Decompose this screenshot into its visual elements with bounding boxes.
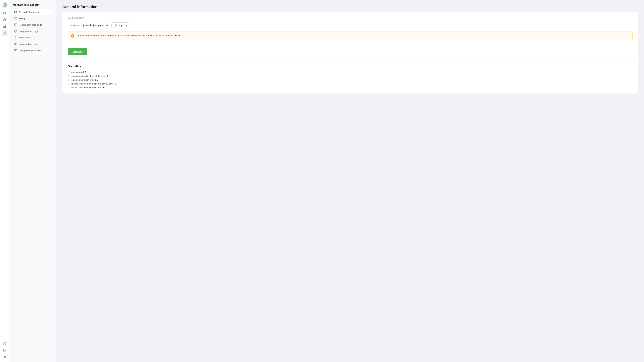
collapse-icon-button[interactable] — [2, 354, 8, 360]
globe-icon — [14, 30, 17, 33]
sidebar-item-notifications[interactable]: Notifications — [12, 34, 54, 40]
username-value: j.sawicki@testportal.net — [83, 24, 108, 27]
stat-bullet-1 — [68, 76, 69, 77]
sidebar-item-general-label: General information — [19, 11, 39, 14]
content-card: YOUR ACCOUNT User name: j.sawicki@testpo… — [62, 12, 638, 94]
main-content: General information YOUR ACCOUNT User na… — [56, 0, 644, 362]
nav-signout-icon-button[interactable] — [2, 347, 8, 353]
logo-button[interactable] — [2, 2, 8, 8]
stat-item-2: tests completed in total: 11 — [68, 79, 632, 81]
chart-icon-button[interactable] — [2, 24, 8, 30]
warning-message: Your account has been frozen and does no… — [76, 34, 182, 38]
warning-icon: i — [71, 34, 74, 38]
billing-icon — [14, 17, 17, 20]
svg-rect-7 — [3, 26, 4, 28]
bell-icon — [14, 36, 17, 39]
sign-out-icon — [114, 24, 117, 27]
sidebar-item-email[interactable]: Change email address — [12, 47, 54, 53]
stat-bullet-2 — [68, 79, 69, 81]
sidebar-item-password-label: Password and sign in — [19, 43, 40, 45]
sidebar-item-general[interactable]: General information — [12, 9, 54, 15]
divider-2 — [68, 60, 632, 61]
svg-rect-17 — [15, 18, 16, 19]
statistics-list: tests created: 6 tests completed in the … — [68, 71, 632, 89]
users-icon-button[interactable] — [2, 17, 8, 23]
sidebar-item-respondent[interactable]: Respondent data fields — [12, 22, 54, 28]
svg-rect-8 — [4, 26, 5, 28]
sidebar-item-email-label: Change email address — [19, 49, 42, 52]
upgrade-button[interactable]: Upgrade — [68, 48, 88, 55]
svg-rect-2 — [5, 12, 6, 13]
user-circle-icon — [14, 10, 17, 14]
help-icon-button[interactable] — [2, 340, 8, 346]
stat-text-1: tests completed in the last 30 days: 0 — [71, 75, 108, 77]
warning-banner: i Your account has been frozen and does … — [68, 32, 632, 40]
sidebar-item-language[interactable]: Language and region — [12, 28, 54, 34]
envelope-icon — [14, 49, 17, 52]
sidebar-item-language-label: Language and region — [19, 30, 40, 32]
svg-rect-9 — [5, 25, 6, 28]
svg-point-25 — [14, 43, 16, 45]
stat-item-4: training tests completed in total: 0 — [68, 86, 632, 89]
icon-bar — [0, 0, 10, 362]
sidebar-item-notifications-label: Notifications — [19, 36, 31, 39]
settings-icon-button[interactable] — [2, 30, 8, 36]
user-row: User name: j.sawicki@testportal.net Sign… — [68, 22, 632, 28]
page-title: General information — [62, 5, 638, 9]
svg-point-14 — [15, 12, 16, 12]
svg-rect-4 — [5, 14, 6, 14]
stat-bullet-4 — [68, 87, 69, 88]
svg-point-12 — [4, 344, 5, 344]
sidebar-item-password[interactable]: Password and sign in — [12, 41, 54, 47]
svg-point-10 — [4, 33, 5, 34]
stat-text-4: training tests completed in total: 0 — [71, 86, 104, 89]
stat-bullet-0 — [68, 72, 69, 73]
statistics-title: Statistics — [68, 65, 632, 68]
sign-out-button[interactable]: Sign out — [111, 22, 130, 28]
svg-point-6 — [5, 19, 6, 20]
sidebar-item-respondent-label: Respondent data fields — [19, 24, 42, 26]
stat-item-3: training tests completed in the last 30 … — [68, 82, 632, 85]
sidebar: Manage your account General information … — [10, 0, 56, 362]
grid-icon-button[interactable] — [2, 10, 8, 16]
sidebar-title: Manage your account — [12, 3, 54, 6]
key-icon — [14, 42, 17, 46]
stat-item-1: tests completed in the last 30 days: 0 — [68, 75, 632, 77]
svg-rect-1 — [3, 12, 4, 13]
svg-rect-15 — [14, 18, 17, 19]
your-account-section-label: YOUR ACCOUNT — [68, 17, 632, 19]
svg-point-5 — [4, 18, 5, 20]
username-label: User name: — [68, 24, 80, 27]
sidebar-item-billing-label: Billing — [19, 17, 25, 20]
sign-out-label: Sign out — [118, 24, 127, 27]
respondent-icon — [14, 23, 17, 26]
stat-text-3: training tests completed in the last 30 … — [71, 82, 116, 85]
svg-rect-3 — [3, 14, 4, 14]
divider-1 — [68, 44, 632, 44]
svg-point-0 — [3, 3, 6, 7]
stat-text-0: tests created: 6 — [71, 71, 86, 74]
stat-item-0: tests created: 6 — [68, 71, 632, 74]
stat-bullet-3 — [68, 83, 69, 84]
sidebar-item-billing[interactable]: Billing — [12, 16, 54, 22]
stat-text-2: tests completed in total: 11 — [71, 79, 98, 81]
